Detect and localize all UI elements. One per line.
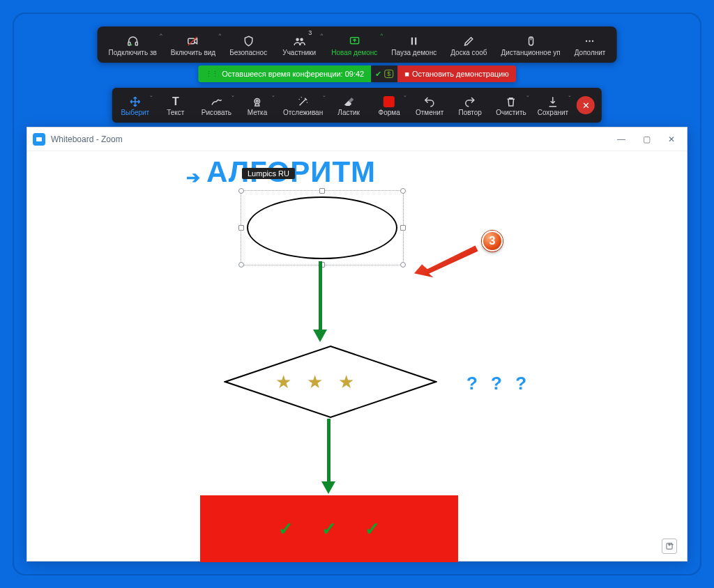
svg-point-13: [592, 40, 593, 41]
check-icon: ✓: [321, 518, 337, 540]
stamp-icon: [251, 95, 264, 109]
add-page-button[interactable]: +: [662, 539, 677, 554]
svg-text:+: +: [668, 542, 670, 546]
callout-arrow-icon: [409, 239, 486, 284]
stop-share-label: Остановить демонстрацию: [412, 70, 509, 78]
security-button[interactable]: Безопаснос: [222, 26, 274, 63]
participants-count: 3: [308, 29, 312, 36]
text-icon: T: [172, 95, 179, 109]
clear-button[interactable]: ⌄ Очистить: [490, 88, 532, 123]
chevron-down-icon[interactable]: ⌄: [403, 93, 407, 98]
format-tool[interactable]: ⌄ Форма: [369, 88, 409, 123]
share-status-bar: ⋮⋮ Оставшееся время конференции: 09:42 ✔…: [198, 65, 516, 82]
new-share-button[interactable]: ^ Новая демонс: [324, 26, 384, 63]
stamp-tool[interactable]: ⌄ Метка: [237, 88, 278, 123]
chevron-down-icon[interactable]: ⌄: [271, 93, 275, 98]
resize-handle[interactable]: [400, 262, 406, 268]
resize-handle[interactable]: [319, 188, 325, 194]
move-icon: [129, 95, 142, 109]
chevron-up-icon[interactable]: ^: [160, 32, 162, 38]
dollar-badge[interactable]: $: [384, 70, 393, 78]
stop-share-button[interactable]: ■ Остановить демонстрацию: [397, 65, 516, 82]
mouse-icon: [524, 35, 537, 47]
more-button[interactable]: Дополнит: [568, 26, 613, 63]
resize-handle[interactable]: [238, 225, 244, 231]
chevron-up-icon[interactable]: ^: [381, 32, 383, 38]
eraser-tool[interactable]: Ластик: [328, 88, 369, 123]
ellipse-shape[interactable]: [247, 196, 397, 259]
remote-control-button[interactable]: Дистанционное уп: [494, 26, 568, 63]
whiteboard-canvas[interactable]: ➔ АЛГОРИТМ Lumpics RU: [27, 151, 687, 561]
ellipse-selection[interactable]: [241, 190, 404, 265]
resize-handle[interactable]: [400, 225, 406, 231]
rectangle-shape[interactable]: ✓ ✓ ✓: [200, 495, 458, 562]
whiteboard-button[interactable]: Доска сооб: [443, 26, 494, 63]
resize-handle[interactable]: [400, 188, 406, 194]
shield-check-icon[interactable]: ✔: [375, 70, 381, 79]
whiteboard-window: Whiteboard - Zoom — ▢ ✕ ➔ АЛГОРИТМ Lumpi…: [26, 127, 688, 562]
time-remaining[interactable]: ⋮⋮ Оставшееся время конференции: 09:42: [198, 65, 371, 82]
svg-marker-17: [413, 245, 479, 279]
eraser-icon: [342, 95, 355, 109]
undo-button[interactable]: Отменит: [409, 88, 450, 123]
save-button[interactable]: ⌄ Сохранит: [532, 88, 574, 123]
text-tool[interactable]: T Текст: [155, 88, 196, 123]
annotation-toolbar: ⌄ Выберит T Текст ⌄ Рисовать ⌄ Метка ⌄: [112, 88, 602, 123]
resize-handle[interactable]: [238, 262, 244, 268]
headphones-icon: [126, 35, 139, 47]
star-icon: ★: [307, 371, 323, 393]
close-button[interactable]: ✕: [662, 130, 681, 149]
draw-icon: [210, 95, 222, 109]
save-icon: [547, 95, 559, 109]
check-icon: ✓: [278, 518, 294, 540]
video-off-icon: [187, 35, 199, 47]
svg-point-12: [589, 40, 591, 41]
wand-icon: [297, 95, 310, 109]
window-title: Whiteboard - Zoom: [51, 134, 123, 144]
chevron-down-icon[interactable]: ⌄: [149, 93, 153, 98]
redo-icon: [464, 95, 476, 109]
pencil-icon: [462, 35, 475, 47]
more-icon: [584, 35, 596, 47]
color-swatch-icon: [383, 95, 395, 109]
video-button[interactable]: ^ Включить вид: [164, 26, 222, 63]
zoom-main-toolbar: ^ Подключить зв ^ Включить вид Безопасно…: [98, 26, 617, 63]
window-titlebar[interactable]: Whiteboard - Zoom — ▢ ✕: [27, 127, 687, 151]
chevron-down-icon[interactable]: ⌄: [231, 93, 235, 98]
close-annotation-button[interactable]: ✕: [577, 96, 595, 114]
participants-button[interactable]: ^ 3 Участники: [274, 26, 324, 63]
zoom-logo-icon: [33, 133, 45, 146]
question-marks-text[interactable]: ? ? ?: [466, 373, 531, 394]
draw-tool[interactable]: ⌄ Рисовать: [196, 88, 237, 123]
maximize-button[interactable]: ▢: [637, 130, 656, 149]
svg-point-4: [296, 38, 299, 41]
chevron-down-icon[interactable]: ⌄: [322, 93, 326, 98]
spotlight-tool[interactable]: ⌄ Отслеживан: [278, 88, 328, 123]
star-annotations[interactable]: ★ ★ ★: [275, 371, 354, 393]
minimize-button[interactable]: —: [612, 130, 631, 149]
close-icon: ✕: [582, 100, 590, 111]
pause-share-button[interactable]: Пауза демонс: [384, 26, 443, 63]
grip-icon: ⋮⋮: [205, 70, 218, 79]
select-tool[interactable]: ⌄ Выберит: [115, 88, 155, 123]
participants-icon: [293, 35, 305, 47]
chevron-up-icon[interactable]: ^: [320, 32, 323, 38]
svg-point-15: [257, 100, 259, 102]
audio-button[interactable]: ^ Подключить зв: [102, 26, 164, 63]
svg-rect-7: [411, 37, 413, 45]
check-icon: ✓: [365, 518, 380, 540]
svg-point-5: [300, 38, 303, 41]
svg-point-11: [586, 40, 587, 41]
share-status-icons: ✔ $: [371, 65, 397, 82]
chevron-down-icon[interactable]: ⌄: [568, 93, 572, 98]
time-remaining-label: Оставшееся время конференции: 09:42: [222, 70, 364, 78]
shield-icon: [242, 35, 255, 47]
resize-handle[interactable]: [238, 188, 244, 194]
svg-rect-1: [135, 42, 137, 45]
svg-point-14: [255, 99, 260, 105]
chevron-down-icon[interactable]: ⌄: [526, 93, 530, 98]
redo-button[interactable]: Повтор: [450, 88, 490, 123]
star-icon: ★: [275, 371, 291, 393]
chevron-up-icon[interactable]: ^: [218, 32, 221, 38]
pause-icon: [408, 35, 420, 47]
